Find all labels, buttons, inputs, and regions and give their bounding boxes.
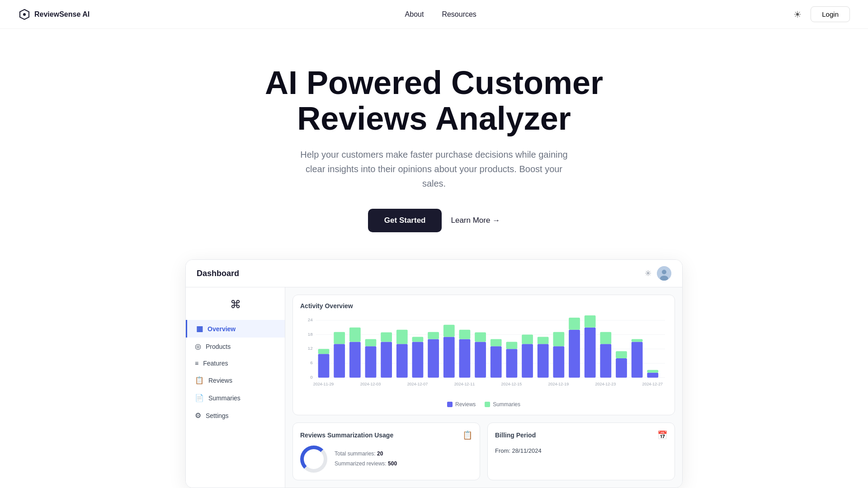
svg-rect-32: [459, 339, 471, 378]
nav-links: About Resources: [405, 10, 476, 19]
donut-chart: [300, 446, 327, 473]
svg-rect-34: [475, 342, 486, 378]
svg-rect-16: [334, 344, 345, 378]
bottom-cards: Reviews Summarization Usage 📋 Total summ…: [292, 422, 675, 480]
svg-text:18: 18: [308, 332, 313, 337]
chart-legend: Reviews Summaries: [300, 401, 667, 408]
svg-rect-30: [443, 337, 455, 378]
activity-chart-card: Activity Overview 24 18 12 6 0: [292, 295, 675, 415]
settings-icon: ⚙: [195, 411, 201, 420]
sidebar-item-reviews[interactable]: 📋 Reviews: [186, 371, 285, 389]
learn-more-link[interactable]: Learn More →: [451, 216, 500, 225]
svg-rect-26: [412, 342, 424, 378]
usage-card-title: Reviews Summarization Usage: [300, 432, 393, 439]
dashboard-window: Dashboard ✳ ⌘ ▦: [185, 259, 683, 488]
sidebar-item-features[interactable]: ≡ Features: [186, 355, 285, 371]
svg-rect-33: [459, 330, 471, 339]
overview-icon: ▦: [196, 324, 203, 333]
usage-card-header: Reviews Summarization Usage 📋: [300, 430, 472, 440]
usage-card: Reviews Summarization Usage 📋 Total summ…: [292, 422, 480, 480]
dashboard-header-right: ✳: [645, 266, 671, 281]
svg-rect-35: [475, 333, 486, 342]
legend-summaries-label: Summaries: [493, 401, 520, 408]
user-avatar[interactable]: [657, 266, 671, 281]
svg-rect-45: [553, 332, 564, 347]
svg-rect-53: [616, 352, 627, 359]
svg-rect-23: [381, 333, 392, 342]
dashboard-theme-icon[interactable]: ✳: [645, 268, 651, 278]
summarized-reviews-row: Summarized reviews: 500: [335, 459, 397, 469]
hero-title: AI Powered Customer Reviews Analyzer: [231, 65, 637, 136]
billing-card-icon: 📅: [657, 430, 667, 440]
billing-card-title: Billing Period: [495, 432, 536, 439]
svg-rect-42: [538, 344, 549, 378]
donut-area: Total summaries: 20 Summarized reviews: …: [300, 446, 472, 473]
svg-rect-22: [381, 342, 392, 378]
svg-text:12: 12: [308, 346, 313, 351]
svg-rect-27: [412, 337, 424, 342]
summaries-icon: 📄: [195, 394, 204, 402]
svg-rect-21: [365, 339, 377, 347]
svg-rect-48: [585, 328, 596, 378]
bar-chart-svg: 24 18 12 6 0: [300, 315, 667, 395]
theme-toggle-button[interactable]: ☀: [792, 7, 803, 22]
sidebar-item-settings[interactable]: ⚙ Settings: [186, 407, 285, 424]
sidebar-label-features: Features: [203, 360, 228, 367]
svg-text:2024-12-15: 2024-12-15: [501, 382, 522, 387]
hero-section: AI Powered Customer Reviews Analyzer Hel…: [0, 29, 868, 259]
svg-rect-55: [632, 339, 643, 342]
svg-rect-44: [553, 347, 564, 378]
svg-text:2024-12-03: 2024-12-03: [360, 382, 381, 387]
svg-rect-57: [647, 370, 658, 373]
legend-reviews: Reviews: [447, 401, 476, 408]
sidebar-item-products[interactable]: ◎ Products: [186, 338, 285, 355]
svg-rect-29: [428, 332, 439, 339]
svg-rect-14: [318, 354, 330, 378]
svg-point-0: [23, 13, 26, 16]
usage-stats: Total summaries: 20 Summarized reviews: …: [335, 449, 397, 469]
sidebar-item-summaries[interactable]: 📄 Summaries: [186, 389, 285, 407]
svg-text:2024-12-23: 2024-12-23: [595, 382, 616, 387]
bar-chart-container: 24 18 12 6 0: [300, 315, 667, 397]
svg-rect-51: [600, 332, 611, 344]
svg-rect-54: [632, 342, 643, 378]
svg-rect-46: [569, 330, 580, 378]
svg-rect-43: [538, 337, 549, 344]
svg-rect-56: [647, 373, 658, 378]
legend-reviews-dot: [447, 402, 453, 407]
reviews-icon: 📋: [195, 376, 204, 385]
svg-rect-38: [506, 349, 518, 378]
brand-icon: [18, 8, 31, 21]
svg-rect-40: [522, 344, 533, 378]
legend-reviews-label: Reviews: [455, 401, 476, 408]
nav-resources[interactable]: Resources: [442, 10, 476, 19]
svg-text:2024-12-11: 2024-12-11: [454, 382, 475, 387]
svg-rect-20: [365, 347, 377, 378]
svg-text:2024-12-07: 2024-12-07: [407, 382, 428, 387]
sidebar-item-overview[interactable]: ▦ Overview: [186, 320, 285, 338]
sidebar-label-reviews: Reviews: [208, 377, 232, 384]
total-summaries-label: Total summaries:: [335, 450, 376, 457]
sidebar-logo: ⌘: [186, 295, 285, 320]
dashboard-header: Dashboard ✳: [186, 260, 682, 287]
summarized-reviews-label: Summarized reviews:: [335, 460, 387, 467]
svg-rect-37: [491, 339, 502, 347]
billing-info: From: 28/11/2024: [495, 446, 667, 456]
billing-from-label: From:: [495, 447, 510, 454]
brand-logo[interactable]: ReviewSense AI: [18, 8, 90, 21]
svg-rect-50: [600, 344, 611, 378]
billing-from-value: 28/11/2024: [512, 447, 542, 454]
billing-card-header: Billing Period 📅: [495, 430, 667, 440]
billing-card: Billing Period 📅 From: 28/11/2024: [487, 422, 675, 480]
login-button[interactable]: Login: [811, 6, 850, 22]
billing-from-row: From: 28/11/2024: [495, 446, 667, 456]
sidebar-label-products: Products: [206, 343, 231, 350]
svg-rect-36: [491, 347, 502, 378]
nav-about[interactable]: About: [405, 10, 424, 19]
get-started-button[interactable]: Get Started: [368, 209, 442, 232]
navbar-right: ☀ Login: [792, 6, 850, 22]
svg-text:24: 24: [308, 317, 313, 322]
svg-rect-28: [428, 339, 439, 378]
svg-rect-31: [443, 325, 455, 337]
svg-rect-24: [396, 344, 408, 378]
